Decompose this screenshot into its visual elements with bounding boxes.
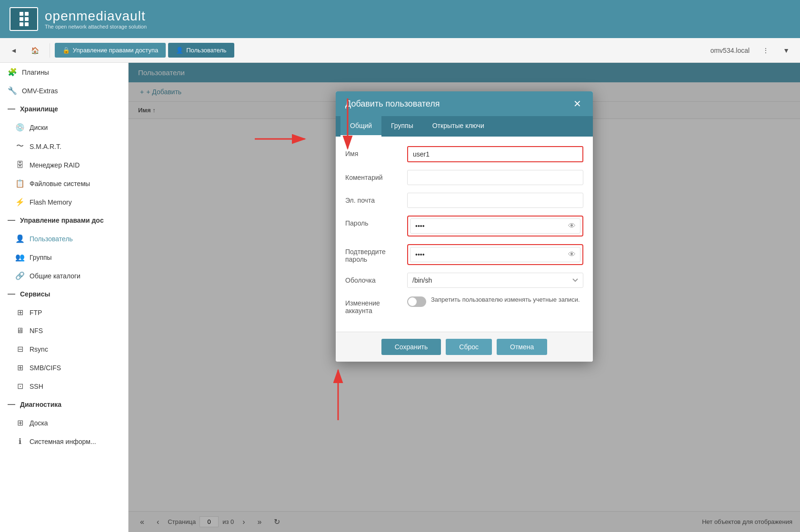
tab-access-rights[interactable]: 🔒 Управление правами доступа [55, 43, 166, 58]
access-toggle-icon: — [8, 216, 15, 225]
dialog-header: Добавить пользователя ✕ [336, 91, 593, 116]
home-button[interactable]: 🏠 [25, 43, 45, 58]
app-header: openmediavault The open network attached… [0, 0, 800, 38]
comment-label: Коментарий [345, 170, 407, 181]
sidebar-item-raid[interactable]: 🗄 Менеджер RAID [0, 156, 128, 174]
sidebar-item-smart[interactable]: 〜 S.M.A.R.T. [0, 137, 128, 156]
cancel-button[interactable]: Отмена [497, 339, 547, 355]
password-label: Пароль [345, 216, 407, 227]
sidebar-item-sysinfo[interactable]: ℹ Системная информ... [0, 432, 128, 451]
plugins-icon: 🧩 [8, 68, 17, 77]
smb-icon: ⊞ [15, 363, 25, 372]
sidebar-item-shared-folders[interactable]: 🔗 Общие каталоги [0, 266, 128, 285]
sidebar-item-flash[interactable]: ⚡ Flash Memory [0, 193, 128, 211]
toolbar-separator [50, 43, 50, 58]
disks-icon: 💿 [15, 123, 25, 132]
content-area: Пользователи + + Добавить Имя ↑ « ‹ Стра… [129, 63, 800, 532]
shell-label: Оболочка [345, 273, 407, 284]
toggle-knob [408, 297, 417, 306]
toggle-icon: — [8, 105, 15, 113]
sidebar-item-filesystems[interactable]: 📋 Файловые системы [0, 174, 128, 193]
sidebar-item-dashboard[interactable]: ⊞ Доска [0, 414, 128, 432]
logo-text: openmediavault The open network attached… [45, 9, 147, 30]
confirm-control: 👁 [407, 244, 583, 265]
dialog-title: Добавить пользователя [345, 99, 440, 109]
account-row: Изменение аккаунта Запретить пользовател… [345, 296, 583, 315]
name-input[interactable] [407, 146, 583, 162]
shell-select[interactable]: /bin/sh /bin/bash /bin/false /usr/sbin/n… [407, 273, 583, 288]
sidebar-item-rsync[interactable]: ⊟ Rsync [0, 340, 128, 358]
toggle-container: Запретить пользователю изменять учетные … [407, 296, 583, 307]
reset-button[interactable]: Сброс [446, 339, 492, 355]
user-nav-icon: 👤 [15, 234, 25, 243]
comment-field-row: Коментарий [345, 170, 583, 185]
groups-icon: 👥 [15, 253, 25, 262]
dropdown-button[interactable]: ▼ [777, 43, 795, 58]
logo: openmediavault The open network attached… [10, 7, 147, 31]
logo-icon [10, 7, 38, 31]
sidebar-item-nfs[interactable]: 🖥 NFS [0, 322, 128, 340]
toolbar-tabs: 🔒 Управление правами доступа 👤 Пользоват… [55, 43, 703, 58]
filesystems-icon: 📋 [15, 179, 25, 188]
tab-keys[interactable]: Открытые ключи [423, 116, 494, 137]
extras-icon: 🔧 [8, 86, 17, 95]
raid-icon: 🗄 [15, 161, 25, 169]
sidebar-item-plugins[interactable]: 🧩 Плагины [0, 63, 128, 81]
services-toggle-icon: — [8, 290, 15, 298]
email-input[interactable] [407, 193, 583, 208]
rsync-icon: ⊟ [15, 345, 25, 354]
password-field-row: Пароль 👁 [345, 216, 583, 236]
sidebar-item-user[interactable]: 👤 Пользователь [0, 229, 128, 248]
tab-general[interactable]: Общий [340, 116, 381, 137]
sidebar-item-ssh[interactable]: ⊡ SSH [0, 377, 128, 395]
tab-groups[interactable]: Группы [381, 116, 423, 137]
flash-icon: ⚡ [15, 197, 25, 207]
password-eye-icon[interactable]: 👁 [568, 222, 576, 230]
sidebar-item-omv-extras[interactable]: 🔧 OMV-Extras [0, 81, 128, 100]
sidebar: 🧩 Плагины 🔧 OMV-Extras — Хранилище 💿 Дис… [0, 63, 129, 532]
tab-user[interactable]: 👤 Пользователь [168, 43, 234, 58]
user-icon: 👤 [176, 47, 183, 54]
confirm-field-row: Подтвердите пароль 👁 [345, 244, 583, 265]
email-field-row: Эл. почта [345, 193, 583, 208]
sidebar-section-access-rights[interactable]: — Управление правами доc [0, 211, 128, 229]
shared-icon: 🔗 [15, 271, 25, 280]
sidebar-section-services[interactable]: — Сервисы [0, 285, 128, 303]
name-control [407, 146, 583, 162]
close-dialog-button[interactable]: ✕ [571, 98, 583, 109]
name-field-row: Имя [345, 146, 583, 162]
dashboard-icon: ⊞ [15, 418, 25, 427]
email-control [407, 193, 583, 208]
nfs-icon: 🖥 [15, 326, 25, 335]
comment-input[interactable] [407, 170, 583, 185]
confirm-input[interactable] [410, 247, 580, 262]
sidebar-item-disks[interactable]: 💿 Диски [0, 118, 128, 137]
lock-icon: 🔒 [62, 47, 70, 54]
sidebar-item-ftp[interactable]: ⊞ FTP [0, 303, 128, 322]
password-input[interactable] [410, 218, 580, 234]
arrow-to-footer [324, 365, 352, 423]
sidebar-section-diagnostics[interactable]: — Диагностика [0, 395, 128, 414]
sidebar-section-storage[interactable]: — Хранилище [0, 100, 128, 118]
name-label: Имя [345, 146, 407, 158]
home-icon: 🏠 [31, 47, 39, 54]
sysinfo-icon: ℹ [15, 437, 25, 446]
account-toggle-text: Запретить пользователю изменять учетные … [431, 296, 580, 304]
ftp-icon: ⊞ [15, 308, 25, 317]
save-button[interactable]: Сохранить [381, 339, 441, 355]
sidebar-item-groups[interactable]: 👥 Группы [0, 248, 128, 266]
email-label: Эл. почта [345, 193, 407, 204]
more-menu-button[interactable]: ⋮ [757, 43, 775, 58]
shell-control: /bin/sh /bin/bash /bin/false /usr/sbin/n… [407, 273, 583, 288]
password-input-wrapper: 👁 [410, 218, 580, 234]
main-layout: 🧩 Плагины 🔧 OMV-Extras — Хранилище 💿 Дис… [0, 63, 800, 532]
account-toggle[interactable] [407, 296, 426, 307]
smart-icon: 〜 [15, 141, 25, 151]
dialog-footer: Сохранить Сброс Отмена [336, 332, 593, 362]
password-group: 👁 [407, 216, 583, 236]
back-button[interactable]: ◄ [5, 43, 23, 58]
shell-field-row: Оболочка /bin/sh /bin/bash /bin/false /u… [345, 273, 583, 288]
confirm-group: 👁 [407, 244, 583, 265]
sidebar-item-smb[interactable]: ⊞ SMB/CIFS [0, 358, 128, 377]
confirm-eye-icon[interactable]: 👁 [568, 250, 576, 259]
